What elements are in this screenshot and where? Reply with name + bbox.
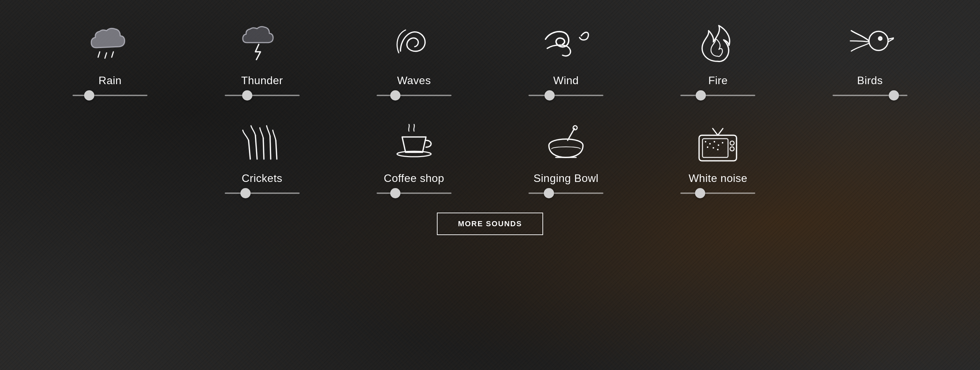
rain-slider[interactable] (73, 93, 148, 98)
wind-slider-thumb[interactable] (544, 90, 555, 100)
rain-icon (83, 21, 137, 68)
white-noise-slider-thumb[interactable] (695, 188, 705, 198)
svg-line-9 (270, 136, 271, 159)
fire-icon (690, 21, 745, 68)
svg-line-6 (248, 140, 250, 159)
svg-point-3 (869, 31, 888, 50)
fire-slider-thumb[interactable] (696, 90, 706, 100)
singing-bowl-icon (539, 118, 593, 166)
svg-rect-23 (707, 147, 708, 148)
svg-rect-19 (705, 141, 706, 142)
svg-rect-22 (718, 144, 719, 146)
rain-slider-thumb[interactable] (84, 90, 94, 100)
fire-label: Fire (708, 74, 728, 87)
svg-line-8 (263, 138, 264, 159)
sounds-row-2: Crickets (34, 118, 946, 196)
thunder-slider[interactable] (225, 93, 300, 98)
fire-slider-track (680, 95, 755, 96)
coffee-shop-slider[interactable] (377, 191, 452, 196)
sound-item-birds: Birds (794, 21, 946, 98)
sound-item-crickets: Crickets (186, 118, 338, 196)
birds-slider[interactable] (832, 93, 907, 98)
white-noise-label: White noise (689, 172, 748, 185)
svg-line-0 (98, 52, 100, 57)
svg-point-27 (730, 141, 734, 145)
svg-rect-26 (722, 142, 723, 144)
waves-slider-track (377, 95, 452, 96)
wind-slider-track (528, 95, 603, 96)
coffee-shop-slider-track (377, 193, 452, 194)
crickets-slider-track (225, 193, 300, 194)
wind-label: Wind (553, 74, 579, 87)
birds-icon (843, 21, 897, 68)
more-sounds-button[interactable]: MORE SOUNDS (437, 212, 543, 235)
waves-icon (387, 21, 441, 68)
sound-item-waves: Waves (338, 21, 490, 98)
svg-line-15 (713, 128, 718, 135)
sounds-grid: Rain Thunder (34, 21, 946, 196)
fire-slider[interactable] (680, 93, 755, 98)
svg-point-28 (730, 147, 734, 151)
sound-item-singing-bowl: Singing Bowl (490, 118, 642, 196)
waves-label: Waves (397, 74, 431, 87)
more-sounds-section: MORE SOUNDS (437, 212, 543, 235)
white-noise-slider-track (680, 193, 755, 194)
svg-line-16 (718, 128, 723, 135)
birds-label: Birds (857, 74, 883, 87)
crickets-label: Crickets (242, 172, 283, 185)
svg-line-1 (105, 53, 107, 58)
wind-slider[interactable] (528, 93, 603, 98)
thunder-label: Thunder (241, 74, 283, 87)
sound-item-wind: Wind (490, 21, 642, 98)
singing-bowl-slider[interactable] (528, 191, 603, 196)
svg-point-5 (879, 38, 881, 40)
sound-item-rain: Rain (34, 21, 186, 98)
crickets-slider-thumb[interactable] (240, 188, 251, 198)
thunder-slider-thumb[interactable] (242, 90, 252, 100)
svg-rect-18 (703, 139, 728, 158)
coffee-shop-label: Coffee shop (384, 172, 444, 185)
main-container: Rain Thunder (0, 0, 980, 255)
sounds-row-1: Rain Thunder (34, 21, 946, 98)
crickets-slider[interactable] (225, 191, 300, 196)
waves-slider-thumb[interactable] (390, 90, 401, 100)
crickets-icon (235, 118, 290, 166)
svg-line-7 (255, 135, 257, 159)
singing-bowl-slider-track (528, 193, 603, 194)
white-noise-icon (690, 118, 745, 166)
sound-item-white-noise: White noise (642, 118, 794, 196)
rain-label: Rain (99, 74, 122, 87)
svg-rect-21 (714, 141, 715, 142)
white-noise-slider[interactable] (680, 191, 755, 196)
svg-rect-20 (709, 143, 711, 144)
sound-item-fire: Fire (642, 21, 794, 98)
svg-rect-25 (717, 149, 719, 150)
waves-slider[interactable] (377, 93, 452, 98)
coffee-shop-icon (387, 118, 441, 166)
thunder-slider-track (225, 95, 300, 96)
birds-slider-thumb[interactable] (889, 90, 899, 100)
svg-point-13 (573, 126, 577, 130)
thunder-icon (235, 21, 290, 68)
wind-icon (539, 21, 593, 68)
singing-bowl-slider-thumb[interactable] (544, 188, 554, 198)
singing-bowl-label: Singing Bowl (534, 172, 599, 185)
svg-line-10 (276, 140, 277, 159)
coffee-shop-slider-thumb[interactable] (390, 188, 401, 198)
sound-item-thunder: Thunder (186, 21, 338, 98)
svg-rect-24 (713, 147, 714, 148)
sound-item-coffee-shop: Coffee shop (338, 118, 490, 196)
svg-line-2 (112, 52, 113, 57)
